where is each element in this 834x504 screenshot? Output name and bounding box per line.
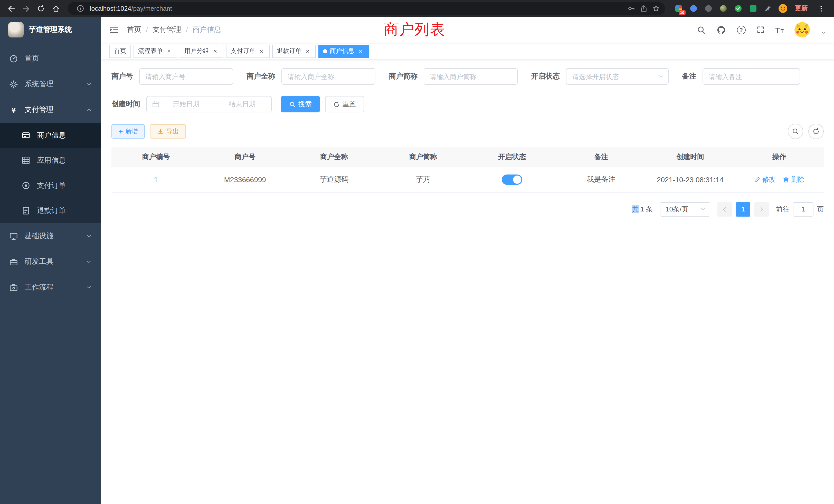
page-1-button[interactable]: 1 bbox=[736, 202, 750, 216]
sidebar-item-pay-order[interactable]: 支付订单 bbox=[0, 173, 101, 198]
sidebar-item-refund-order[interactable]: 退款订单 bbox=[0, 198, 101, 223]
search-button[interactable]: 搜索 bbox=[281, 96, 320, 112]
export-button[interactable]: 导出 bbox=[150, 124, 186, 139]
col-actions: 操作 bbox=[734, 147, 824, 167]
sidebar-item-label: 系统管理 bbox=[25, 79, 53, 89]
chevron-down-icon bbox=[86, 81, 92, 87]
merchant-no-input[interactable] bbox=[139, 68, 233, 85]
toggle-search-button[interactable] bbox=[788, 124, 803, 139]
add-button[interactable]: + 新增 bbox=[111, 124, 145, 139]
sidebar-item-devtools[interactable]: 研发工具 bbox=[0, 249, 101, 275]
sidebar-menu: 首页 系统管理 ¥ 支付管理 商户信息 bbox=[0, 43, 101, 300]
password-key-icon[interactable] bbox=[625, 3, 637, 14]
browser-refresh-button[interactable] bbox=[34, 2, 48, 16]
app-logo[interactable]: 芋道管理系统 bbox=[0, 17, 101, 43]
browser-menu-icon[interactable] bbox=[814, 2, 828, 16]
sidebar-item-label: 支付管理 bbox=[25, 105, 53, 114]
reset-button[interactable]: 重置 bbox=[325, 96, 364, 112]
browser-update-button[interactable]: 更新 bbox=[791, 4, 811, 13]
prev-page-button[interactable] bbox=[718, 202, 732, 216]
close-icon[interactable]: × bbox=[258, 47, 265, 55]
share-icon[interactable] bbox=[637, 3, 650, 14]
navbar-actions: ? TT bbox=[697, 22, 826, 38]
tab-refund-order[interactable]: 退款订单 × bbox=[272, 44, 316, 58]
next-page-button[interactable] bbox=[754, 202, 769, 216]
status-select[interactable] bbox=[566, 68, 668, 85]
sidebar-item-label: 商户信息 bbox=[37, 131, 66, 140]
cell-full-name: 芋道源码 bbox=[290, 167, 379, 192]
extension-blue-icon[interactable] bbox=[687, 2, 699, 15]
delete-button[interactable]: 删除 bbox=[783, 175, 805, 184]
profile-avatar-icon[interactable] bbox=[776, 2, 789, 15]
table-row: 1 M233666999 芋道源码 芋艿 我是备注 2021-10-23 08:… bbox=[111, 167, 824, 192]
tab-user-group[interactable]: 用户分组 × bbox=[180, 44, 223, 58]
extension-avatar-icon[interactable] bbox=[717, 2, 729, 15]
sidebar: 芋道管理系统 首页 系统管理 ¥ 支付管理 bbox=[0, 17, 101, 504]
browser-home-button[interactable] bbox=[49, 2, 63, 16]
short-name-input[interactable] bbox=[424, 68, 518, 85]
tab-pay-order[interactable]: 支付订单 × bbox=[226, 44, 270, 58]
tab-process-form[interactable]: 流程表单 × bbox=[133, 44, 177, 58]
status-toggle[interactable] bbox=[502, 175, 522, 185]
goto-page-input[interactable] bbox=[793, 202, 813, 216]
chevron-down-icon bbox=[86, 284, 92, 291]
breadcrumb-home[interactable]: 首页 bbox=[127, 25, 141, 35]
close-icon[interactable]: × bbox=[357, 47, 364, 55]
chevron-down-icon bbox=[658, 74, 664, 79]
help-icon[interactable]: ? bbox=[737, 25, 745, 34]
menu-fold-icon[interactable] bbox=[109, 25, 119, 35]
sidebar-item-merchant-info[interactable]: 商户信息 bbox=[0, 123, 101, 148]
payment-submenu: 商户信息 应用信息 支付订单 退款订单 bbox=[0, 123, 101, 223]
sidebar-item-home[interactable]: 首页 bbox=[0, 46, 101, 71]
github-icon[interactable] bbox=[716, 25, 726, 35]
font-size-icon[interactable]: TT bbox=[775, 26, 784, 33]
extensions-tray: 10 更新 bbox=[670, 2, 830, 16]
avatar-caret-icon[interactable] bbox=[821, 29, 826, 35]
sidebar-item-app-info[interactable]: 应用信息 bbox=[0, 148, 101, 173]
search-icon[interactable] bbox=[697, 25, 705, 34]
sidebar-item-system[interactable]: 系统管理 bbox=[0, 71, 101, 97]
page-annotation: 商户列表 bbox=[383, 20, 445, 40]
fullscreen-icon[interactable] bbox=[756, 26, 764, 34]
edit-button[interactable]: 修改 bbox=[754, 175, 776, 184]
date-range-picker[interactable]: 开始日期 - 结束日期 bbox=[146, 96, 272, 112]
extension-green-note-icon[interactable] bbox=[747, 2, 759, 15]
close-icon[interactable]: × bbox=[212, 47, 219, 55]
sidebar-item-workflow[interactable]: 工作流程 bbox=[0, 275, 101, 300]
date-start-placeholder: 开始日期 bbox=[162, 99, 210, 109]
browser-forward-button[interactable] bbox=[19, 2, 33, 16]
user-avatar[interactable] bbox=[794, 22, 810, 38]
chevron-up-icon bbox=[86, 107, 92, 113]
extension-colorful-icon[interactable]: 10 bbox=[672, 2, 684, 15]
browser-back-button[interactable] bbox=[4, 2, 18, 16]
sidebar-item-infrastructure[interactable]: 基础设施 bbox=[0, 223, 101, 249]
refresh-table-button[interactable] bbox=[808, 124, 824, 139]
date-separator: - bbox=[213, 100, 215, 108]
cell-merchant-id: 1 bbox=[111, 167, 200, 192]
table-header-row: 商户编号 商户号 商户全称 商户简称 开启状态 备注 创建时间 操作 bbox=[111, 147, 824, 167]
breadcrumb: 首页 / 支付管理 / 商户信息 bbox=[127, 25, 221, 35]
col-merchant-no: 商户号 bbox=[200, 147, 290, 167]
tab-home[interactable]: 首页 bbox=[109, 44, 131, 58]
full-name-input[interactable] bbox=[281, 68, 375, 85]
tab-merchant-info[interactable]: 商户信息 × bbox=[319, 44, 369, 58]
breadcrumb-payment[interactable]: 支付管理 bbox=[153, 25, 181, 35]
extension-dark-icon[interactable] bbox=[702, 2, 714, 15]
page-unit-label: 页 bbox=[817, 205, 824, 214]
remark-input[interactable] bbox=[703, 68, 800, 85]
page-size-select[interactable]: 10条/页 bbox=[660, 202, 710, 216]
filter-row-1: 商户号 商户全称 商户简称 开启状态 bbox=[111, 68, 824, 85]
toolbox-icon bbox=[9, 257, 18, 266]
extension-green-check-icon[interactable] bbox=[732, 2, 744, 15]
grid-icon bbox=[22, 156, 30, 165]
url-host: localhost:1024 bbox=[90, 5, 131, 12]
site-info-icon[interactable] bbox=[74, 3, 86, 14]
sidebar-item-label: 研发工具 bbox=[25, 257, 53, 266]
address-bar[interactable]: localhost:1024/pay/merchant bbox=[68, 2, 665, 15]
close-icon[interactable]: × bbox=[166, 47, 173, 55]
cell-status bbox=[467, 167, 557, 192]
sidebar-item-payment[interactable]: ¥ 支付管理 bbox=[0, 97, 101, 123]
close-icon[interactable]: × bbox=[304, 47, 311, 55]
extension-pin-icon[interactable] bbox=[762, 2, 774, 15]
bookmark-star-icon[interactable] bbox=[650, 3, 662, 14]
